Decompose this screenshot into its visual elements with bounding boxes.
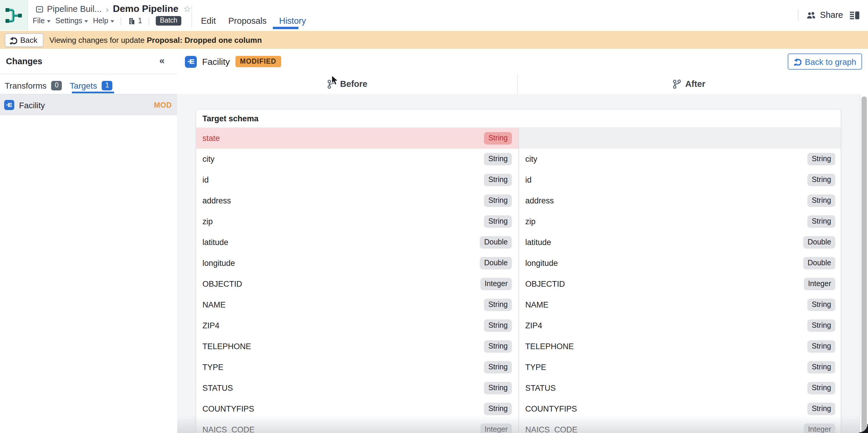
- tab-edit[interactable]: Edit: [201, 16, 216, 25]
- sidebar-tabs: Transforms 0 Targets 1: [5, 80, 112, 91]
- tab-proposals[interactable]: Proposals: [228, 16, 267, 25]
- schema-row: OBJECTIDInteger: [519, 273, 841, 294]
- favorite-star-icon[interactable]: ☆: [183, 4, 191, 14]
- schema-row: TELEPHONEString: [196, 336, 519, 357]
- schema-row: NAMEString: [519, 294, 841, 315]
- pipeline-builder-app: Pipeline Buil... › Demo Pipeline ☆ File …: [0, 0, 868, 433]
- column-name: COUNTYFIPS: [525, 404, 577, 413]
- column-type-badge: String: [484, 132, 512, 145]
- entity-header: Facility MODIFIED: [185, 55, 281, 68]
- schema-row: zipString: [519, 211, 841, 232]
- column-type-badge: String: [808, 195, 835, 207]
- column-name: city: [525, 155, 537, 164]
- caret-down-icon: [47, 20, 51, 22]
- column-name: TELEPHONE: [525, 342, 574, 351]
- column-name: address: [203, 196, 231, 205]
- sidebar-tab-targets[interactable]: Targets 1: [70, 81, 113, 91]
- schema-row: [519, 128, 841, 149]
- back-button-label: Back: [20, 36, 37, 45]
- column-name: longitude: [203, 259, 235, 268]
- schema-row: COUNTYFIPSString: [519, 399, 841, 419]
- column-type-badge: String: [484, 403, 512, 415]
- column-name: COUNTYFIPS: [203, 404, 254, 413]
- target-schema-card: Target schema stateStringcityStringidStr…: [195, 109, 841, 433]
- column-type-badge: Integer: [480, 424, 512, 433]
- share-button[interactable]: Share: [806, 10, 843, 20]
- column-name: zip: [525, 217, 536, 226]
- sidebar-item-facility[interactable]: Facility MOD: [0, 94, 177, 115]
- schema-row: idString: [519, 170, 841, 190]
- column-type-badge: String: [808, 174, 835, 186]
- pipeline-builder-logo[interactable]: [0, 0, 28, 30]
- schema-row: NAMEString: [196, 294, 519, 315]
- schema-before-column: stateStringcityStringidStringaddressStri…: [196, 128, 519, 433]
- column-name: state: [203, 134, 220, 143]
- active-tab-underline: [273, 27, 299, 29]
- entity-name: Facility: [202, 57, 230, 67]
- collapse-sidebar-icon[interactable]: «: [159, 55, 164, 66]
- resource-count[interactable]: 1: [128, 17, 142, 25]
- back-button[interactable]: Back: [5, 33, 43, 47]
- screen-corner: [859, 424, 868, 433]
- modified-badge: MODIFIED: [235, 56, 281, 67]
- schema-row: latitudeDouble: [196, 232, 519, 253]
- tab-history[interactable]: History: [279, 16, 306, 25]
- menu-settings[interactable]: Settings: [55, 17, 88, 25]
- schema-row: addressString: [519, 190, 841, 211]
- column-name: address: [525, 196, 554, 205]
- divider: [798, 9, 799, 21]
- schema-row: ZIP4String: [519, 315, 841, 336]
- sidebar-tab-transforms[interactable]: Transforms 0: [5, 81, 62, 91]
- schema-row: NAICS_CODEInteger: [196, 419, 519, 433]
- menu-file[interactable]: File: [33, 17, 51, 25]
- schema-row: addressString: [196, 190, 519, 211]
- column-name: TYPE: [525, 363, 546, 372]
- schema-row: STATUSString: [196, 378, 519, 399]
- column-type-badge: String: [484, 215, 512, 228]
- card-header: Target schema: [196, 110, 841, 128]
- caret-down-icon: [111, 20, 114, 22]
- column-name: ZIP4: [203, 321, 219, 330]
- menu-bar: File Settings Help 1 Batch: [33, 16, 182, 26]
- column-type-badge: String: [808, 153, 835, 166]
- schema-row: longitudeDouble: [519, 253, 841, 273]
- column-type-badge: String: [484, 195, 512, 207]
- target-dataset-icon: [185, 56, 197, 67]
- sidebar-title: Changes: [6, 57, 42, 66]
- column-type-badge: String: [484, 153, 512, 166]
- sidebar-active-tab-underline: [72, 91, 114, 93]
- viewing-changes-banner: Back Viewing changes for update Proposal…: [0, 31, 868, 49]
- scrollbar-thumb[interactable]: [861, 96, 867, 433]
- column-name: ZIP4: [525, 321, 542, 330]
- column-name: TYPE: [203, 363, 223, 372]
- targets-count-badge: 1: [102, 81, 112, 91]
- column-type-badge: String: [484, 298, 512, 311]
- before-header: Before: [177, 74, 517, 94]
- divider: [0, 74, 177, 74]
- column-name: NAME: [525, 300, 549, 309]
- column-name: latitude: [203, 238, 228, 247]
- schema-row: cityString: [196, 149, 519, 170]
- schema-row: cityString: [519, 149, 841, 170]
- branch-icon: [327, 79, 336, 89]
- before-label: Before: [340, 79, 367, 89]
- column-type-badge: Integer: [804, 278, 835, 291]
- back-to-graph-button[interactable]: Back to graph: [788, 54, 862, 69]
- divider: [149, 17, 149, 25]
- column-type-badge: String: [808, 298, 835, 311]
- batch-mode-badge[interactable]: Batch: [156, 16, 182, 26]
- breadcrumb-app[interactable]: Pipeline Buil...: [47, 4, 102, 14]
- right-panel-icon[interactable]: [849, 10, 860, 20]
- column-name: STATUS: [525, 384, 556, 393]
- building-icon: [128, 17, 135, 25]
- column-type-badge: String: [484, 340, 512, 353]
- target-dataset-icon: [4, 100, 14, 110]
- pipeline-title[interactable]: Demo Pipeline: [113, 4, 179, 14]
- column-name: zip: [203, 217, 213, 226]
- menu-help[interactable]: Help: [93, 17, 114, 25]
- undo-icon: [794, 57, 801, 66]
- column-name: id: [525, 175, 531, 184]
- card-title: Target schema: [203, 114, 259, 123]
- sidebar-item-label: Facility: [19, 100, 45, 110]
- branch-icon: [672, 79, 681, 89]
